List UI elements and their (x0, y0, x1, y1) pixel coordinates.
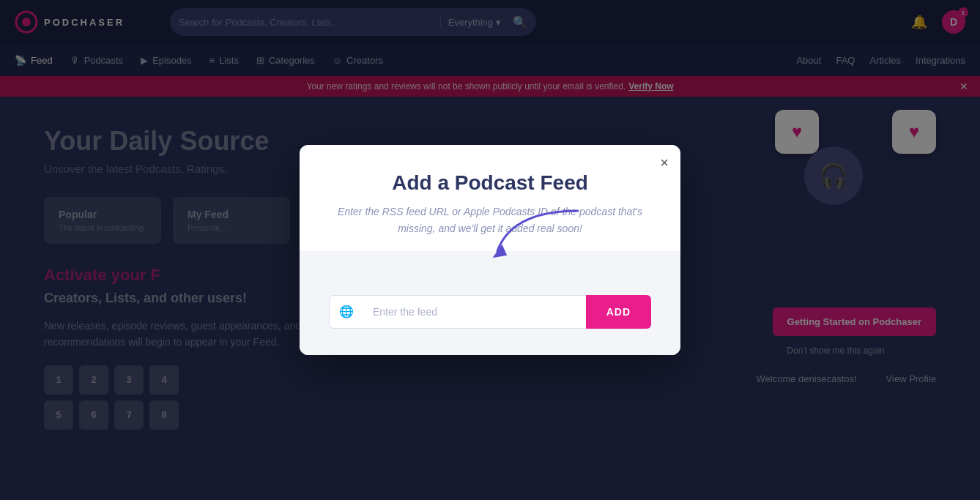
modal-body: 🌐 ADD (300, 251, 680, 355)
modal-subtitle: Enter the RSS feed URL or Apple Podcasts… (329, 204, 651, 236)
add-feed-button[interactable]: ADD (586, 295, 651, 329)
modal-header: Add a Podcast Feed Enter the RSS feed UR… (300, 145, 680, 251)
add-podcast-feed-modal: × Add a Podcast Feed Enter the RSS feed … (300, 145, 680, 355)
modal-overlay[interactable]: × Add a Podcast Feed Enter the RSS feed … (0, 0, 980, 500)
modal-close-button[interactable]: × (660, 155, 669, 170)
modal-title: Add a Podcast Feed (329, 171, 651, 195)
feed-url-input[interactable] (363, 295, 586, 329)
globe-icon-box: 🌐 (329, 295, 363, 329)
feed-input-row: 🌐 ADD (329, 295, 651, 329)
globe-icon: 🌐 (339, 305, 354, 318)
